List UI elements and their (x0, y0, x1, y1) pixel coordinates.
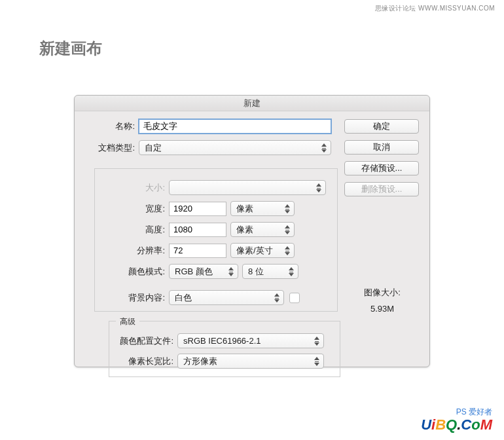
form-left-column: 名称: 文档类型: 自定 大小: (84, 119, 338, 377)
updown-icon (283, 245, 291, 257)
updown-icon (320, 142, 328, 154)
color-mode-value: RGB 颜色 (175, 266, 213, 278)
advanced-legend: 高级 (116, 316, 139, 327)
doc-type-value: 自定 (145, 142, 162, 154)
name-input[interactable] (139, 119, 331, 134)
bg-value: 白色 (175, 292, 192, 304)
button-column: 确定 取消 存储预设... 删除预设... (344, 119, 419, 196)
name-label: 名称: (84, 120, 139, 132)
pixel-aspect-label: 像素长宽比: (116, 356, 177, 367)
width-unit-select[interactable]: 像素 (230, 201, 295, 216)
dialog-title: 新建 (75, 96, 429, 111)
color-depth-select[interactable]: 8 位 (242, 264, 298, 279)
resolution-unit-select[interactable]: 像素/英寸 (230, 243, 295, 258)
resolution-unit-value: 像素/英寸 (236, 245, 273, 257)
color-profile-label: 颜色配置文件: (116, 335, 177, 347)
updown-icon (287, 266, 295, 278)
dialog-body: 确定 取消 存储预设... 删除预设... 名称: 文档类型: 自定 (75, 111, 429, 385)
new-document-dialog: 新建 确定 取消 存储预设... 删除预设... 名称: 文档类型: 自定 (74, 95, 430, 367)
cancel-button[interactable]: 取消 (344, 140, 419, 155)
updown-icon (227, 266, 235, 278)
size-select (169, 180, 326, 195)
image-size-label: 图像大小: (343, 287, 422, 299)
doc-type-row: 文档类型: 自定 (84, 140, 338, 155)
pixel-aspect-value: 方形像素 (183, 356, 217, 367)
updown-icon (283, 203, 291, 215)
color-profile-select[interactable]: sRGB IEC61966-2.1 (177, 333, 324, 348)
doc-type-select[interactable]: 自定 (139, 140, 331, 155)
pixel-aspect-select[interactable]: 方形像素 (177, 354, 324, 369)
bg-select[interactable]: 白色 (169, 290, 284, 305)
source-credit: 思缘设计论坛 WWW.MISSYUAN.COM (375, 4, 495, 13)
delete-preset-button: 删除预设... (344, 182, 419, 196)
color-depth-value: 8 位 (248, 266, 264, 278)
page-title: 新建画布 (39, 38, 102, 59)
image-size-value: 5.93M (343, 304, 422, 314)
doc-fieldset: 大小: 宽度: 像素 (94, 162, 338, 312)
color-profile-value: sRGB IEC61966-2.1 (183, 336, 261, 346)
name-row: 名称: (84, 119, 338, 134)
ok-button[interactable]: 确定 (344, 119, 419, 134)
save-preset-button[interactable]: 存储预设... (344, 161, 419, 175)
updown-icon (313, 335, 321, 347)
updown-icon (313, 356, 321, 367)
height-unit-select[interactable]: 像素 (230, 222, 295, 237)
updown-icon (315, 182, 323, 194)
image-size-info: 图像大小: 5.93M (343, 287, 422, 314)
height-unit-value: 像素 (236, 224, 253, 236)
updown-icon (273, 292, 281, 304)
pixel-aspect-row: 像素长宽比: 方形像素 (116, 354, 333, 369)
footer-logo: UiBQ.CoM (421, 416, 492, 433)
doc-type-label: 文档类型: (84, 142, 139, 154)
advanced-fieldset: 高级 颜色配置文件: sRGB IEC61966-2.1 像素长宽比: 方形像素 (109, 321, 340, 377)
width-unit-value: 像素 (236, 203, 253, 215)
color-profile-row: 颜色配置文件: sRGB IEC61966-2.1 (116, 333, 333, 348)
color-mode-select[interactable]: RGB 颜色 (169, 264, 238, 279)
updown-icon (283, 224, 291, 236)
